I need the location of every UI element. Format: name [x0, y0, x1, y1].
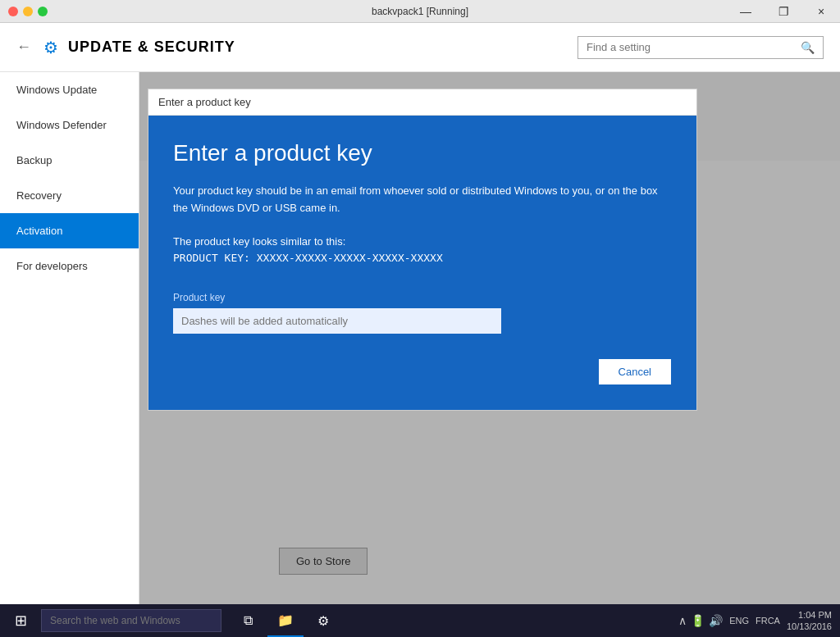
dialog-actions: Cancel — [173, 358, 672, 385]
content-wrapper: Windows Go to Store Enter a product key … — [139, 72, 840, 604]
window-controls[interactable] — [8, 7, 48, 16]
settings-gear-icon: ⚙ — [43, 38, 58, 57]
file-explorer-button[interactable]: 📁 — [267, 604, 304, 637]
sidebar-item-windows-defender[interactable]: Windows Defender — [0, 107, 139, 143]
dialog-description: Your product key should be in an email f… — [173, 183, 672, 217]
language-indicator: ENG — [729, 616, 749, 626]
search-box: 🔍 — [578, 36, 824, 59]
product-key-dialog: Enter a product key Enter a product key … — [148, 89, 697, 411]
sidebar: Windows Update Windows Defender Backup R… — [0, 72, 139, 604]
dialog-titlebar: Enter a product key — [148, 89, 696, 116]
minimize-win[interactable]: — — [727, 0, 765, 22]
taskbar-time-display: 1:04 PM — [787, 609, 832, 621]
chevron-up-icon[interactable]: ∧ — [678, 614, 687, 627]
network-icon: 🔋 — [691, 614, 705, 627]
taskbar-search-box[interactable] — [41, 609, 221, 632]
minimize-button-mac[interactable] — [23, 7, 33, 16]
win-controls-right[interactable]: — ❐ × — [727, 0, 840, 22]
sidebar-item-activation[interactable]: Activation — [0, 213, 139, 248]
close-win[interactable]: × — [802, 0, 840, 22]
taskbar-right: ∧ 🔋 🔊 ENG FRCA 1:04 PM 10/13/2016 — [678, 609, 840, 633]
taskbar: ⊞ ⧉ 📁 ⚙ ∧ 🔋 🔊 ENG FRCA 1:04 PM 10/13/201… — [0, 604, 840, 637]
sidebar-item-for-developers[interactable]: For developers — [0, 248, 139, 284]
task-view-button[interactable]: ⧉ — [230, 604, 266, 637]
search-input[interactable] — [587, 41, 801, 53]
dialog-key-format: PRODUCT KEY: XXXXX-XXXXX-XXXXX-XXXXX-XXX… — [173, 252, 443, 264]
sidebar-item-recovery[interactable]: Recovery — [0, 178, 139, 213]
taskbar-search-input[interactable] — [50, 615, 212, 626]
taskbar-date-display: 10/13/2016 — [787, 621, 832, 632]
taskbar-apps: ⧉ 📁 ⚙ — [230, 604, 341, 637]
settings-taskbar-button[interactable]: ⚙ — [305, 604, 341, 637]
sidebar-item-backup[interactable]: Backup — [0, 143, 139, 178]
product-key-input[interactable] — [173, 308, 501, 334]
dialog-heading: Enter a product key — [173, 140, 672, 166]
settings-header: ← ⚙ UPDATE & SECURITY 🔍 — [0, 23, 840, 72]
dialog-body: Enter a product key Your product key sho… — [148, 116, 696, 410]
start-button[interactable]: ⊞ — [0, 604, 41, 637]
maximize-win[interactable]: ❐ — [765, 0, 802, 22]
maximize-button-mac[interactable] — [38, 7, 48, 16]
sidebar-item-windows-update[interactable]: Windows Update — [0, 72, 139, 107]
close-button-mac[interactable] — [8, 7, 18, 16]
search-icon: 🔍 — [801, 41, 815, 54]
page-title: UPDATE & SECURITY — [68, 39, 578, 56]
volume-icon[interactable]: 🔊 — [709, 614, 723, 627]
taskbar-clock: 1:04 PM 10/13/2016 — [787, 609, 832, 633]
dialog-key-info: The product key looks similar to this: P… — [173, 234, 672, 268]
title-bar: backvpack1 [Running] — ❐ × — [0, 0, 840, 23]
window-title: backvpack1 [Running] — [372, 6, 468, 17]
cancel-button[interactable]: Cancel — [598, 358, 672, 385]
back-button[interactable]: ← — [16, 39, 31, 56]
region-indicator: FRCA — [756, 616, 780, 626]
system-tray-icons: ∧ 🔋 🔊 — [678, 614, 723, 627]
dialog-field-label: Product key — [173, 292, 672, 303]
main-layout: Windows Update Windows Defender Backup R… — [0, 72, 840, 604]
